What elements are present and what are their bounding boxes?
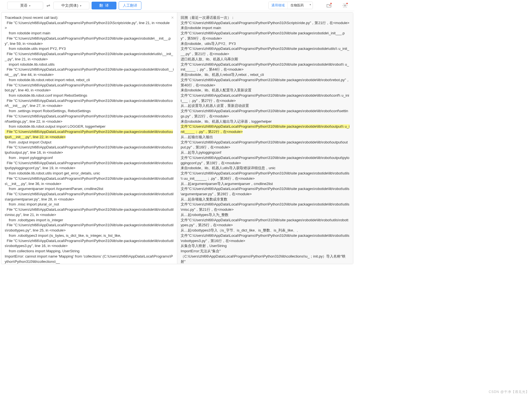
target-line: 文件"C:\Users\zhl66\AppData\Local\Programs…	[181, 186, 350, 197]
source-line: from robotide.lib.robot.conf import Rebo…	[5, 93, 174, 98]
source-line: from robotide import main	[5, 31, 174, 36]
target-line: 文件"C:\Users\zhl66\AppData\Local\Programs…	[181, 62, 350, 72]
source-line: File "C:\Users\zhl66\AppData\Local\Progr…	[5, 52, 174, 62]
source-line: File "C:\Users\zhl66\AppData\Local\Progr…	[5, 114, 174, 124]
source-line: File "C:\Users\zhl66\AppData\Local\Progr…	[5, 145, 174, 155]
target-lang-select[interactable]: 中文(简体)	[53, 2, 89, 9]
source-line: File "C:\Users\zhl66\AppData\Local\Progr…	[5, 20, 174, 31]
source-line: from .settings import RobotSettings, Reb…	[5, 109, 174, 114]
source-line: import robotide.lib.robot.utils	[5, 62, 174, 67]
source-line: from . import pyloggingconf	[5, 155, 174, 161]
target-line: 来自robotide。lib。机器人rebot导入rebot，rebot_cli	[181, 72, 350, 78]
source-line: ImportError: cannot import name 'Mapping…	[5, 254, 174, 264]
target-line: 文件"C:\Users\zhl66\AppData\Local\Programs…	[181, 124, 350, 134]
target-line: 从…起robottypes导入为_整数	[181, 212, 350, 218]
target-line: 文件"C:\Users\zhl66\AppData\Local\Programs…	[181, 109, 350, 119]
target-line: 文件"C:\Users\zhl66\AppData\Local\Programs…	[181, 46, 350, 56]
source-line: from .output import Output	[5, 140, 174, 145]
target-line: （C:\Users\zhl66\AppData\Local\Programs\P…	[181, 254, 350, 264]
source-line: File "C:\Users\zhl66\AppData\Local\Progr…	[5, 129, 174, 140]
source-pane[interactable]: × Traceback (most recent call last): Fil…	[1, 12, 177, 264]
source-line: File "C:\Users\zhl66\AppData\Local\Progr…	[5, 161, 174, 171]
domain-specific-select[interactable]: 生物医药	[288, 2, 313, 9]
target-pane[interactable]: 回溯（最近一次通话最后一次）：文件"C:\Users\zhl66\AppData…	[177, 12, 353, 264]
source-line: File "C:\Users\zhl66\AppData\Local\Progr…	[5, 67, 174, 77]
target-line: 文件"C:\Users\zhl66\AppData\Local\Programs…	[181, 20, 350, 26]
target-line: 回溯（最近一次通话最后一次）：	[181, 15, 350, 20]
target-line: 文件"C:\Users\zhl66\AppData\Local\Programs…	[181, 93, 350, 103]
target-line: 从集合导入映射，UserString	[181, 243, 350, 249]
target-line: 从…起输出输入输出	[181, 135, 350, 140]
domain-group: 通用领域 生物医药	[268, 2, 313, 9]
source-line: from .argumentparser import ArgumentPars…	[5, 186, 174, 192]
target-line: 从…起杂项输入复数或非复数	[181, 197, 350, 202]
swap-icon[interactable]: ⇌	[45, 3, 51, 8]
source-line: File "C:\Users\zhl66\AppData\Local\Progr…	[5, 192, 174, 202]
target-line: 从…起robottypes3导入（is_字节、is_dict_like、is_整…	[181, 228, 350, 233]
source-line: from .misc import plural_or_not	[5, 202, 174, 207]
source-line: from collections import Mapping, UserStr…	[5, 249, 174, 254]
target-line: 来自robotide。lib。机器人配置导入重新设置	[181, 88, 350, 93]
gear-icon[interactable]	[342, 2, 348, 9]
domain-general-button[interactable]: 通用领域	[269, 2, 288, 9]
source-line: File "C:\Users\zhl66\AppData\Local\Progr…	[5, 223, 174, 233]
source-lang-select[interactable]: 英语	[7, 2, 43, 9]
source-line: from robotide.lib.robot.output import LO…	[5, 124, 174, 129]
source-line: File "C:\Users\zhl66\AppData\Local\Progr…	[5, 98, 174, 109]
target-line: 来自robotide。utils导入PY2、PY3	[181, 41, 350, 47]
human-translate-button[interactable]: 人工翻译	[119, 1, 141, 10]
target-line: 进口机器人肽。lib。机器人乌蒂尔斯	[181, 57, 350, 62]
target-line: 文件"C:\Users\zhl66\AppData\Local\Programs…	[181, 233, 350, 243]
target-line: 文件"C:\Users\zhl66\AppData\Local\Programs…	[181, 155, 350, 166]
target-line: 文件"C:\Users\zhl66\AppData\Local\Programs…	[181, 218, 350, 228]
folder-icon[interactable]	[326, 2, 332, 9]
source-line: from .robottypes import is_integer	[5, 218, 174, 223]
source-line: from robotide.lib.robot.utils import get…	[5, 171, 174, 176]
source-line: File "C:\Users\zhl66\AppData\Local\Progr…	[5, 36, 174, 46]
source-line: File "C:\Users\zhl66\AppData\Local\Progr…	[5, 238, 174, 249]
source-line: File "C:\Users\zhl66\AppData\Local\Progr…	[5, 207, 174, 217]
source-line: File "C:\Users\zhl66\AppData\Local\Progr…	[5, 176, 174, 186]
toolbar: 英语 ⇌ 中文(简体) 翻译 人工翻译 通用领域 生物医药	[0, 0, 354, 11]
target-line: 文件"C:\Users\zhl66\AppData\Local\Programs…	[181, 78, 350, 88]
target-line: 文件"C:\Users\zhl66\AppData\Local\Programs…	[181, 140, 350, 150]
target-line: ImportError:无法从"集合"	[181, 249, 350, 254]
panes: × Traceback (most recent call last): Fil…	[0, 11, 354, 265]
target-line: 文件"C:\Users\zhl66\AppData\Local\Programs…	[181, 171, 350, 181]
source-line: from robotide.lib.robot.rebot import reb…	[5, 78, 174, 83]
source-line: from robotide.utils import PY2, PY3	[5, 46, 174, 52]
target-line: 来自robotide。lib。机器人输出导入记录器，loggerhelper	[181, 119, 350, 124]
source-line: from .robottypes3 import (is_bytes, is_d…	[5, 233, 174, 238]
target-line: 来自robotide。lib。机器人utils导入获取错误详细信息，unic	[181, 166, 350, 171]
source-line: File "C:\Users\zhl66\AppData\Local\Progr…	[5, 83, 174, 93]
target-line: 从…起argumentparser导入argumentparser，cmdlin…	[181, 181, 350, 187]
target-line: 从…起导入pyloggingconf	[181, 150, 350, 155]
close-icon[interactable]: ×	[171, 15, 174, 21]
target-line: 文件"C:\Users\zhl66\AppData\Local\Programs…	[181, 202, 350, 212]
svg-point-0	[344, 5, 346, 6]
target-line: 从…起设置导入机器人设置，重新启动设置	[181, 103, 350, 109]
source-line: Traceback (most recent call last):	[5, 15, 174, 20]
translate-button[interactable]: 翻译	[92, 2, 116, 9]
target-line: 文件"C:\Users\zhl66\AppData\Local\Programs…	[181, 31, 350, 41]
target-line: 来自robotide import main	[181, 25, 350, 31]
